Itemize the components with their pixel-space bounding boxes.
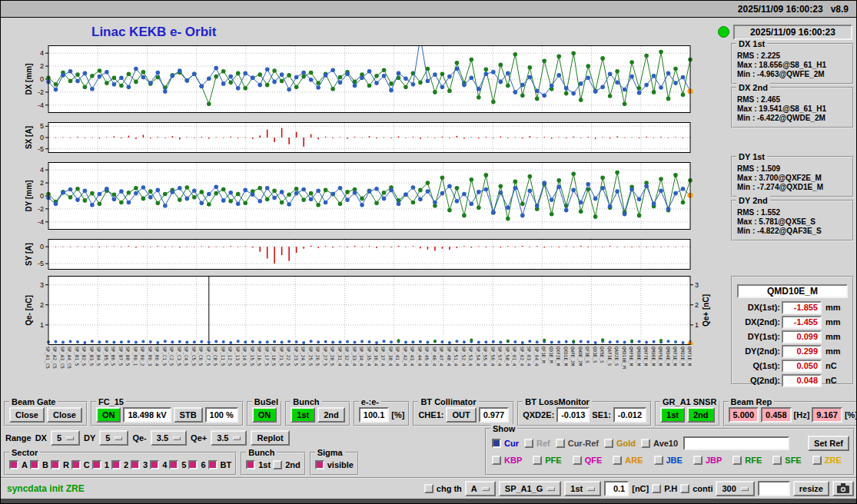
- stats-panel-dy-1st: DY 1st RMS : 1.509 Max : 3.700@QXF2E_M M…: [731, 156, 854, 197]
- resize-button[interactable]: resize: [793, 481, 829, 496]
- checkbox-label: KBP: [504, 456, 522, 465]
- sector-checkbox-3[interactable]: 3: [131, 460, 148, 469]
- sector-select[interactable]: A: [465, 481, 496, 496]
- beam-duty-readout: 9.167: [812, 407, 842, 423]
- sector-checkbox-1[interactable]: 1: [92, 460, 109, 469]
- ph-checkbox[interactable]: P.H: [652, 484, 677, 493]
- fc15-stb-button[interactable]: STB: [174, 407, 203, 423]
- sx-steering-plot[interactable]: 50-5: [27, 122, 702, 153]
- conti-checkbox[interactable]: conti: [680, 484, 713, 493]
- range-qe-minus-value: 3.5: [157, 433, 168, 443]
- range-qe-minus-select[interactable]: 3.5: [151, 430, 187, 446]
- sector-checkbox-bt[interactable]: BT: [208, 460, 232, 469]
- show-ave10-checkbox[interactable]: Ave10: [641, 439, 678, 448]
- checkbox-label: visible: [327, 460, 354, 469]
- bunch-2nd-checkbox[interactable]: 2nd: [273, 460, 301, 469]
- window-titlebar: 2025/11/09 16:00:23 v8.9: [1, 1, 856, 18]
- show-jbe-checkbox[interactable]: JBE: [654, 456, 683, 465]
- monitor-value-label: DY(2nd):: [736, 346, 780, 356]
- show-gold-checkbox[interactable]: Gold: [604, 439, 636, 448]
- bunch-2nd-button[interactable]: 2nd: [317, 407, 345, 423]
- bunch-1st-checkbox[interactable]: 1st: [246, 460, 271, 469]
- show-rfe-checkbox[interactable]: RFE: [732, 456, 762, 465]
- sector-checkbox-4[interactable]: 4: [150, 460, 167, 469]
- show-pfe-checkbox[interactable]: PFE: [533, 456, 561, 465]
- bunch-select[interactable]: 1st: [564, 481, 601, 496]
- bunch-1st-button[interactable]: 1st: [291, 407, 315, 423]
- show-cur-checkbox[interactable]: Cur: [492, 439, 519, 448]
- sector-checkbox-b[interactable]: B: [30, 460, 48, 469]
- set-ref-button[interactable]: Set Ref: [808, 436, 849, 451]
- threshold-unit: [nC]: [632, 484, 649, 493]
- sector-checkbox-c[interactable]: C: [71, 460, 90, 469]
- show-jbp-checkbox[interactable]: JBP: [693, 456, 722, 465]
- ee-ratio-unit: [%]: [391, 410, 404, 419]
- group-title: Bunch: [291, 397, 321, 406]
- bunch-select-group: Bunch 1st 2nd: [241, 452, 305, 476]
- snsr-2nd-button[interactable]: 2nd: [687, 407, 715, 423]
- checkbox-label: Cur-Ref: [568, 439, 599, 448]
- chg-th-checkbox[interactable]: chg th: [424, 484, 462, 493]
- ref-file-input[interactable]: [683, 436, 789, 450]
- group-title: Beam Rep: [729, 397, 775, 406]
- fc15-kv-readout: 18.498 kV: [123, 407, 171, 423]
- option-menu-indicator: [587, 487, 595, 491]
- range-qe-plus-select[interactable]: 3.5: [211, 430, 247, 446]
- snapshot-button[interactable]: [832, 481, 854, 496]
- stat-max: Max : 3.700@QXF2E_M: [737, 174, 852, 182]
- sx-axis-label: SX [A]: [25, 126, 33, 149]
- show-kbp-checkbox[interactable]: KBP: [492, 456, 522, 465]
- show-ref-checkbox[interactable]: Ref: [524, 439, 550, 448]
- checkbox-label: 2nd: [285, 460, 301, 469]
- sector-checkbox-2[interactable]: 2: [111, 460, 128, 469]
- svg-text:-2: -2: [38, 205, 44, 213]
- dy-orbit-plot[interactable]: 420-2-4: [27, 162, 702, 230]
- replot-button[interactable]: Replot: [251, 430, 289, 446]
- show-qfe-checkbox[interactable]: QFE: [573, 456, 603, 465]
- sector-checkbox-5[interactable]: 5: [169, 460, 186, 469]
- checkbox-icon: [492, 456, 501, 465]
- svg-text:-4: -4: [38, 218, 44, 226]
- show-cur-ref-checkbox[interactable]: Cur-Ref: [556, 439, 599, 448]
- stats-panel-title: DX 1st: [736, 39, 767, 48]
- checkbox-label: PFE: [545, 456, 561, 465]
- show-are-checkbox[interactable]: ARE: [613, 456, 643, 465]
- sigma-visible-checkbox[interactable]: visible: [315, 460, 354, 469]
- show-sfe-checkbox[interactable]: SFE: [772, 456, 801, 465]
- svg-text:2: 2: [40, 179, 44, 187]
- monitor-value-field: -1.855: [782, 301, 822, 314]
- che1-readout: 0.977: [479, 407, 510, 423]
- points-select[interactable]: 300: [716, 481, 754, 496]
- threshold-input[interactable]: [604, 481, 629, 496]
- monitor-value-field: 0.099: [782, 330, 822, 343]
- stat-rms: RMS : 2.225: [737, 51, 852, 60]
- sy-steering-plot[interactable]: 0-5: [27, 239, 702, 270]
- beam-gate-close-button-1[interactable]: Close: [9, 407, 45, 423]
- snsr-1st-button[interactable]: 1st: [660, 407, 685, 423]
- option-menu-indicator: [741, 487, 749, 491]
- sy-axis-label: SY [A]: [25, 243, 33, 266]
- extra-input[interactable]: [758, 481, 790, 496]
- checkbox-label: 3: [143, 460, 148, 469]
- bpm-select[interactable]: SP_A1_G: [499, 481, 562, 496]
- group-title: Sigma: [315, 448, 345, 457]
- group-title: Beam Gate: [9, 397, 58, 406]
- sector-checkbox-a[interactable]: A: [9, 460, 28, 469]
- che1-out-button[interactable]: OUT: [446, 407, 476, 423]
- bunch-group: Bunch 1st 2nd: [285, 401, 350, 426]
- sector-checkbox-r[interactable]: R: [51, 460, 69, 469]
- range-dx-select[interactable]: 5: [51, 430, 80, 446]
- svg-text:3: 3: [40, 281, 44, 289]
- sector-checkbox-6[interactable]: 6: [188, 460, 205, 469]
- show-zre-checkbox[interactable]: ZRE: [812, 456, 842, 465]
- dy-axis-label: DY [mm]: [25, 181, 33, 212]
- svg-text:5: 5: [40, 122, 44, 130]
- option-menu-indicator: [66, 436, 74, 440]
- fc15-on-button[interactable]: ON: [96, 407, 121, 423]
- checkbox-label: Cur: [504, 439, 519, 448]
- dx-orbit-plot[interactable]: 420-2-4: [27, 45, 702, 113]
- range-dy-select[interactable]: 5: [99, 430, 128, 446]
- charge-plot[interactable]: 332211: [27, 276, 702, 345]
- beam-gate-close-button-2[interactable]: Close: [47, 407, 82, 423]
- busel-on-button[interactable]: ON: [252, 407, 277, 423]
